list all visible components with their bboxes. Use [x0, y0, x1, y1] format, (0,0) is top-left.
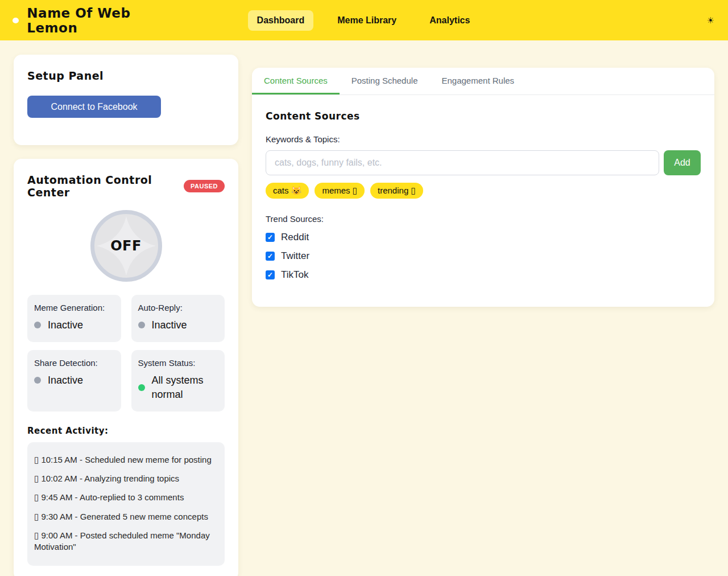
activity-item: ▯ 10:15 AM - Scheduled new meme for post… [34, 454, 216, 466]
status-dot-icon [34, 377, 41, 384]
nav-item-analytics[interactable]: Analytics [420, 10, 479, 31]
settings-tabs: Content Sources Posting Schedule Engagem… [252, 68, 714, 95]
trend-source-twitter[interactable]: ✓ Twitter [266, 250, 701, 262]
tab-engagement-rules[interactable]: Engagement Rules [429, 68, 526, 94]
status-box-share-detection: Share Detection: Inactive [27, 350, 121, 412]
activity-item: ▯ 9:30 AM - Generated 5 new meme concept… [34, 511, 216, 522]
content-sources-panel: Content Sources Keywords & Topics: Add c… [252, 95, 714, 307]
lemon-dot-icon [13, 18, 19, 23]
keyword-tag-cats[interactable]: cats 😺 [266, 183, 309, 199]
app-header: Name Of Web Lemon Dashboard Meme Library… [0, 0, 728, 40]
section-title: Content Sources [266, 110, 701, 122]
paused-status-badge: PAUSED [184, 180, 225, 192]
tab-posting-schedule[interactable]: Posting Schedule [340, 68, 430, 94]
status-grid: Meme Generation: Inactive Auto-Reply: In… [27, 295, 225, 412]
status-label: Auto-Reply: [138, 303, 217, 312]
nav-item-meme-library[interactable]: Meme Library [328, 10, 406, 31]
status-dot-icon [34, 322, 41, 328]
keyword-tag-trending[interactable]: trending ▯ [370, 183, 423, 199]
tab-content-sources[interactable]: Content Sources [252, 68, 340, 94]
activity-item: ▯ 10:02 AM - Analyzing trending topics [34, 473, 216, 484]
recent-activity-label: Recent Activity: [27, 426, 225, 436]
trend-source-tiktok[interactable]: ✓ TikTok [266, 269, 701, 281]
trend-source-reddit[interactable]: ✓ Reddit [266, 232, 701, 243]
trend-source-name: Twitter [281, 250, 309, 262]
add-keyword-button[interactable]: Add [664, 150, 701, 175]
power-state-label: OFF [94, 214, 158, 278]
trend-source-name: Reddit [281, 232, 309, 243]
setup-panel-title: Setup Panel [27, 69, 225, 82]
app-title: Name Of Web Lemon [27, 6, 177, 35]
status-label: Share Detection: [34, 358, 113, 368]
main-column: Content Sources Posting Schedule Engagem… [252, 55, 714, 307]
power-toggle-button[interactable]: OFF [90, 210, 162, 282]
automation-title: Automation Control Center [27, 174, 177, 199]
status-box-system-status: System Status: All systems normal [131, 350, 225, 412]
connect-facebook-button[interactable]: Connect to Facebook [27, 96, 161, 118]
status-value: All systems normal [152, 373, 217, 401]
activity-log: ▯ 10:15 AM - Scheduled new meme for post… [27, 442, 225, 566]
status-value: Inactive [48, 373, 83, 387]
activity-item: ▯ 9:00 AM - Posted scheduled meme "Monda… [34, 530, 216, 553]
status-label: Meme Generation: [34, 303, 113, 312]
status-value: Inactive [152, 318, 187, 332]
main-nav: Dashboard Meme Library Analytics [248, 10, 479, 31]
logo: Name Of Web Lemon [13, 6, 177, 35]
status-dot-icon [138, 322, 145, 328]
status-box-auto-reply: Auto-Reply: Inactive [131, 295, 225, 342]
content-area: Setup Panel Connect to Facebook Automati… [0, 40, 728, 576]
nav-item-dashboard[interactable]: Dashboard [248, 10, 314, 31]
automation-control-card: Automation Control Center PAUSED OFF Mem… [14, 159, 238, 576]
activity-item: ▯ 9:45 AM - Auto-replied to 3 comments [34, 492, 216, 503]
checkbox-checked-icon[interactable]: ✓ [266, 252, 275, 261]
settings-card: Content Sources Posting Schedule Engagem… [252, 68, 714, 307]
keyword-tags: cats 😺 memes ▯ trending ▯ [266, 183, 701, 199]
sidebar: Setup Panel Connect to Facebook Automati… [14, 55, 238, 576]
checkbox-checked-icon[interactable]: ✓ [266, 233, 275, 242]
checkbox-checked-icon[interactable]: ✓ [266, 270, 275, 279]
trend-sources-label: Trend Sources: [266, 214, 701, 224]
status-value: Inactive [48, 318, 83, 332]
status-box-meme-generation: Meme Generation: Inactive [27, 295, 121, 342]
theme-toggle-sun-icon[interactable]: ☀ [549, 15, 714, 26]
status-dot-icon [138, 384, 145, 391]
setup-panel-card: Setup Panel Connect to Facebook [14, 55, 238, 145]
status-label: System Status: [138, 358, 217, 368]
trend-source-name: TikTok [281, 269, 309, 281]
keyword-tag-memes[interactable]: memes ▯ [315, 183, 365, 199]
keywords-label: Keywords & Topics: [266, 134, 701, 144]
keywords-input[interactable] [266, 150, 659, 175]
